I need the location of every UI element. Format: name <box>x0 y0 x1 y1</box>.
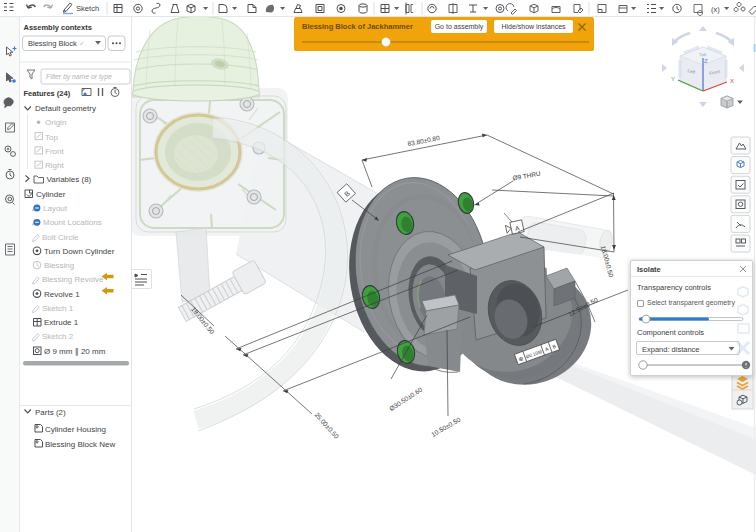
svg-text:Sketch 2: Sketch 2 <box>42 332 74 341</box>
svg-text:Turn Down Cylinder: Turn Down Cylinder <box>44 247 115 256</box>
svg-text:Cylinder Housing: Cylinder Housing <box>45 425 106 434</box>
svg-text:Blessing: Blessing <box>44 261 74 270</box>
svg-text:✓: ✓ <box>79 40 85 47</box>
svg-text:Parts (2): Parts (2) <box>35 408 66 417</box>
svg-text:Ø30.50±0.60: Ø30.50±0.60 <box>388 386 424 413</box>
svg-text:Z: Z <box>704 58 708 64</box>
svg-text:(x): (x) <box>711 5 720 14</box>
svg-text:Y: Y <box>671 76 675 82</box>
svg-text:Sketch 1: Sketch 1 <box>42 304 74 313</box>
svg-text:Right: Right <box>45 161 64 170</box>
svg-text:Revolve 1: Revolve 1 <box>44 290 80 299</box>
svg-text:Top: Top <box>699 51 707 57</box>
svg-text:Layout: Layout <box>43 204 68 213</box>
svg-text:Ø 9 mm ∥ 20 mm: Ø 9 mm ∥ 20 mm <box>44 347 106 356</box>
svg-text:Ø9 THRU: Ø9 THRU <box>512 170 541 182</box>
svg-text:Origin: Origin <box>45 118 66 127</box>
svg-text:Blessing Block: Blessing Block <box>28 39 77 48</box>
svg-text:X: X <box>730 78 734 84</box>
svg-text:Default geometry: Default geometry <box>35 104 96 113</box>
svg-text:Bolt Circle: Bolt Circle <box>42 233 79 242</box>
svg-text:25.00±0.50: 25.00±0.50 <box>313 411 340 440</box>
svg-text:Mount Locations: Mount Locations <box>43 218 102 227</box>
svg-text:Features (24): Features (24) <box>24 89 71 98</box>
svg-text:Assembly contexts: Assembly contexts <box>24 23 92 32</box>
svg-text:Cylinder: Cylinder <box>36 190 66 199</box>
svg-text:Blessing Revolve: Blessing Revolve <box>42 275 104 284</box>
svg-text:10.50±0.50: 10.50±0.50 <box>430 415 462 437</box>
svg-text:Blessing Block New: Blessing Block New <box>45 440 115 449</box>
svg-text:Variables (8): Variables (8) <box>47 175 92 184</box>
svg-text:Extrude 1: Extrude 1 <box>44 318 79 327</box>
svg-text:Front: Front <box>45 147 64 156</box>
svg-text:Top: Top <box>45 133 58 142</box>
svg-text:Filter by name or type: Filter by name or type <box>46 73 112 81</box>
svg-text:Sketch: Sketch <box>76 4 99 13</box>
